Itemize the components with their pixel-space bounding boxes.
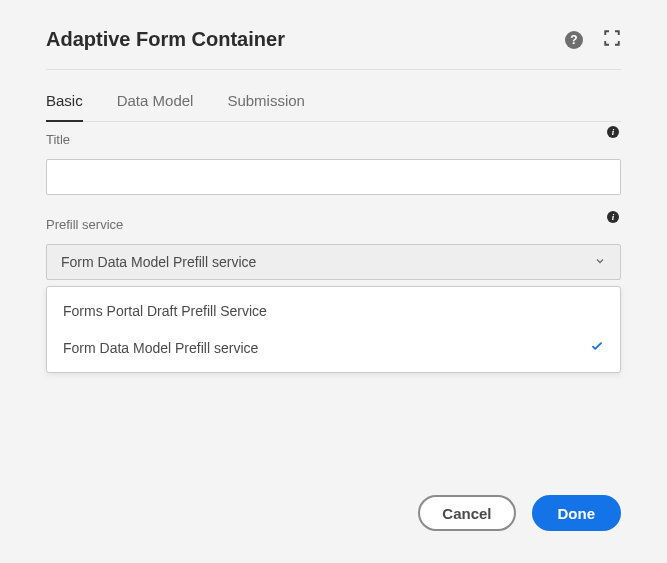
prefill-dropdown: Forms Portal Draft Prefill Service Form …: [46, 286, 621, 373]
field-title-info[interactable]: i: [607, 126, 621, 140]
tab-data-model[interactable]: Data Model: [117, 92, 194, 121]
prefill-option-label: Form Data Model Prefill service: [63, 340, 258, 356]
field-prefill-label: Prefill service: [46, 217, 621, 232]
title-input[interactable]: [46, 159, 621, 195]
info-icon: i: [607, 126, 619, 138]
field-title: i Title: [46, 132, 621, 195]
fullscreen-icon: [603, 29, 621, 50]
prefill-select[interactable]: Form Data Model Prefill service: [46, 244, 621, 280]
fullscreen-button[interactable]: [603, 29, 621, 50]
prefill-option-label: Forms Portal Draft Prefill Service: [63, 303, 267, 319]
header-actions: ?: [565, 29, 621, 50]
dialog-footer: Cancel Done: [418, 495, 621, 531]
field-title-label: Title: [46, 132, 621, 147]
chevron-down-icon: [594, 254, 606, 270]
cancel-button[interactable]: Cancel: [418, 495, 515, 531]
field-prefill-service: i Prefill service Form Data Model Prefil…: [46, 217, 621, 373]
dialog-title: Adaptive Form Container: [46, 28, 285, 51]
field-prefill-info[interactable]: i: [607, 211, 621, 225]
done-button[interactable]: Done: [532, 495, 622, 531]
prefill-option[interactable]: Forms Portal Draft Prefill Service: [47, 293, 620, 329]
tab-bar: Basic Data Model Submission: [46, 70, 621, 122]
tab-submission[interactable]: Submission: [227, 92, 305, 121]
check-icon: [590, 339, 604, 356]
help-icon: ?: [565, 31, 583, 49]
info-icon: i: [607, 211, 619, 223]
help-button[interactable]: ?: [565, 31, 583, 49]
prefill-option[interactable]: Form Data Model Prefill service: [47, 329, 620, 366]
tab-basic[interactable]: Basic: [46, 92, 83, 121]
dialog-header: Adaptive Form Container ?: [46, 28, 621, 70]
prefill-select-value: Form Data Model Prefill service: [61, 254, 256, 270]
dialog-container: Adaptive Form Container ? Basic Data Mod…: [46, 28, 621, 373]
